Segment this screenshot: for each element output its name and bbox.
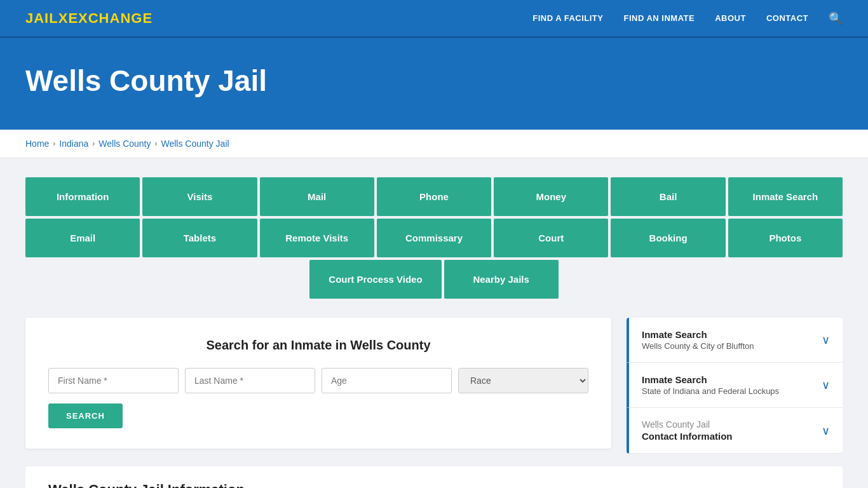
navbar: JAILXEXCHANGE FIND A FACILITY FIND AN IN…: [0, 0, 868, 38]
panel-inmate-search-local[interactable]: Inmate Search Wells County & City of Blu…: [627, 318, 843, 363]
search-fields: Race White Black Hispanic Asian Other: [48, 368, 588, 393]
panel-2-text: Inmate Search State of Indiana and Feder…: [642, 374, 779, 396]
btn-money[interactable]: Money: [494, 177, 608, 216]
panel-3-title: Contact Information: [642, 431, 733, 442]
btn-commissary[interactable]: Commissary: [377, 219, 491, 257]
chevron-down-icon-1: ∨: [822, 333, 830, 347]
btn-mail[interactable]: Mail: [260, 177, 374, 216]
panel-2-subtitle: State of Indiana and Federal Lockups: [642, 386, 779, 396]
panel-3-pre-title: Wells County Jail: [642, 419, 733, 430]
panel-3-text: Wells County Jail Contact Information: [642, 419, 733, 442]
panel-contact-info[interactable]: Wells County Jail Contact Information ∨: [627, 408, 843, 454]
nav-find-facility[interactable]: FIND A FACILITY: [532, 13, 603, 23]
breadcrumb-bar: Home › Indiana › Wells County › Wells Co…: [0, 130, 868, 158]
logo[interactable]: JAILXEXCHANGE: [25, 10, 153, 27]
nav-about[interactable]: ABOUT: [715, 13, 746, 23]
logo-exchange: EXCHANGE: [68, 10, 153, 26]
panel-1-title: Inmate Search: [642, 329, 754, 340]
button-grid-row1: Information Visits Mail Phone Money Bail…: [25, 177, 843, 216]
breadcrumb-home[interactable]: Home: [25, 139, 49, 149]
panel-1-subtitle: Wells County & City of Bluffton: [642, 341, 754, 351]
search-icon[interactable]: 🔍: [829, 11, 843, 25]
btn-court[interactable]: Court: [494, 219, 608, 257]
button-grid-row3: Court Process Video Nearby Jails: [25, 260, 843, 299]
btn-bail[interactable]: Bail: [611, 177, 725, 216]
panel-inmate-search-state[interactable]: Inmate Search State of Indiana and Feder…: [627, 363, 843, 408]
btn-tablets[interactable]: Tablets: [142, 219, 257, 257]
logo-x: X: [58, 10, 69, 26]
lower-section: Search for an Inmate in Wells County Rac…: [25, 318, 843, 454]
nav-links: FIND A FACILITY FIND AN INMATE ABOUT CON…: [532, 11, 843, 25]
first-name-input[interactable]: [48, 368, 179, 393]
breadcrumb-sep-2: ›: [92, 139, 95, 148]
main-content: Information Visits Mail Phone Money Bail…: [0, 158, 868, 488]
search-title: Search for an Inmate in Wells County: [48, 338, 588, 353]
nav-find-inmate[interactable]: FIND AN INMATE: [623, 13, 695, 23]
breadcrumb-sep-3: ›: [155, 139, 158, 148]
chevron-down-icon-2: ∨: [822, 378, 830, 392]
breadcrumb-sep-1: ›: [53, 139, 55, 148]
button-grid-row2: Email Tablets Remote Visits Commissary C…: [25, 219, 843, 257]
btn-phone[interactable]: Phone: [377, 177, 491, 216]
search-box: Search for an Inmate in Wells County Rac…: [25, 318, 611, 449]
btn-email[interactable]: Email: [25, 219, 140, 257]
nav-contact[interactable]: CONTACT: [766, 13, 808, 23]
panel-1-text: Inmate Search Wells County & City of Blu…: [642, 329, 754, 351]
panel-2-title: Inmate Search: [642, 374, 779, 385]
last-name-input[interactable]: [185, 368, 315, 393]
btn-photos[interactable]: Photos: [728, 219, 843, 257]
btn-nearby-jails[interactable]: Nearby Jails: [444, 260, 559, 299]
search-button[interactable]: SEARCH: [48, 403, 123, 428]
breadcrumb-indiana[interactable]: Indiana: [59, 139, 88, 149]
breadcrumb-wells-county-jail[interactable]: Wells County Jail: [161, 139, 229, 149]
btn-information[interactable]: Information: [25, 177, 140, 216]
btn-inmate-search[interactable]: Inmate Search: [728, 177, 843, 216]
chevron-down-icon-3: ∨: [822, 424, 830, 438]
sidebar-panels: Inmate Search Wells County & City of Blu…: [627, 318, 843, 454]
bottom-heading-title: Wells County Jail Information: [48, 482, 820, 488]
btn-court-process-video[interactable]: Court Process Video: [309, 260, 441, 299]
breadcrumb: Home › Indiana › Wells County › Wells Co…: [25, 139, 843, 149]
btn-visits[interactable]: Visits: [142, 177, 257, 216]
btn-remote-visits[interactable]: Remote Visits: [260, 219, 374, 257]
hero-section: Wells County Jail: [0, 38, 868, 130]
breadcrumb-wells-county[interactable]: Wells County: [98, 139, 151, 149]
bottom-section: Wells County Jail Information: [25, 466, 843, 488]
page-title: Wells County Jail: [25, 64, 843, 98]
logo-jail: JAIL: [25, 10, 58, 26]
btn-booking[interactable]: Booking: [611, 219, 725, 257]
race-select[interactable]: Race White Black Hispanic Asian Other: [458, 368, 588, 393]
age-input[interactable]: [322, 368, 452, 393]
